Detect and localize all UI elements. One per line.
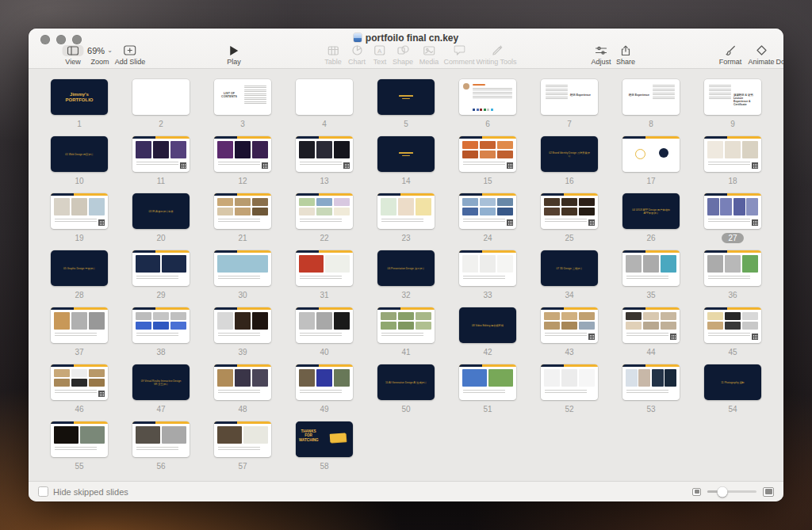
slide-thumbnail-9[interactable]: 演讲经历 & 证书 Lecture Experience & Certifica… (704, 79, 761, 115)
slide-thumbnail-6[interactable] (459, 79, 516, 115)
slide-cell: 49 (296, 364, 353, 421)
slide-cell: 37 (51, 307, 108, 364)
slide-thumbnail-12[interactable] (214, 136, 271, 172)
slide-thumbnail-15[interactable] (459, 136, 516, 172)
slide-thumbnail-11[interactable] (132, 136, 190, 172)
slide-thumbnail-4[interactable] (296, 79, 353, 115)
slide-thumbnail-44[interactable] (622, 307, 680, 343)
slide-thumbnail-43[interactable] (541, 307, 598, 343)
qr-code (262, 162, 268, 169)
slide-thumbnail-2[interactable] (132, 79, 190, 115)
slide-number: 28 (75, 290, 83, 300)
slide-thumbnail-32[interactable]: 06 Presentation Design 演示设计 (377, 250, 435, 286)
slide-thumbnail-8[interactable]: 经历 Experience (622, 79, 680, 115)
slide-cell: 6 (459, 79, 516, 136)
text-button: A Text (373, 44, 387, 66)
slide-thumbnail-53[interactable] (622, 364, 680, 400)
add-slide-button[interactable]: Add Slide (115, 44, 146, 66)
slide-cell: 09 Virtual Reality Interactive Design VR… (132, 364, 190, 421)
slide-thumbnail-29[interactable] (132, 250, 190, 286)
slide-thumbnail-40[interactable] (296, 307, 353, 343)
slide-thumbnail-18[interactable] (704, 136, 761, 172)
slide-thumbnail-50[interactable]: 10 AI Generative Design AI 生成设计 (377, 364, 435, 400)
slide-thumbnail-48[interactable] (214, 364, 271, 400)
slide-thumbnail-35[interactable] (622, 250, 680, 286)
slide-number: 13 (320, 176, 328, 186)
slide-number: 14 (401, 176, 410, 186)
play-button[interactable]: Play (227, 44, 241, 66)
slide-cell: 45 (704, 307, 761, 364)
view-button[interactable]: View (63, 44, 84, 66)
slide-number: 41 (401, 347, 410, 357)
slide-thumbnail-52[interactable] (541, 364, 598, 400)
format-button[interactable]: Format (719, 44, 742, 66)
slide-number: 52 (565, 404, 573, 414)
chevron-down-icon: ⌄ (107, 47, 113, 54)
slide-thumbnail-34[interactable]: 07 3D Design 三维设计 (541, 250, 598, 286)
slide-cell: 33 (459, 250, 516, 307)
slide-thumbnail-37[interactable] (51, 307, 108, 343)
slide-thumbnail-19[interactable] (51, 193, 108, 229)
slide-cell: 01 Web Design 网页设计10 (51, 136, 108, 193)
hide-skipped-checkbox[interactable] (38, 486, 48, 497)
slide-thumbnail-51[interactable] (459, 364, 516, 400)
large-thumbnails-icon[interactable] (763, 487, 774, 497)
slide-thumbnail-39[interactable] (214, 307, 271, 343)
qr-code (588, 334, 595, 340)
slide-thumbnail-14[interactable] (377, 136, 435, 172)
slide-thumbnail-46[interactable] (51, 364, 108, 400)
slide-thumbnail-41[interactable] (377, 307, 435, 343)
slide-thumbnail-30[interactable] (214, 250, 271, 286)
slide-thumbnail-36[interactable] (704, 250, 761, 286)
slide-thumbnail-21[interactable] (214, 193, 271, 229)
writing-tools-icon (491, 45, 502, 55)
slide-thumbnail-57[interactable] (214, 421, 271, 457)
share-button[interactable]: Share (616, 44, 635, 66)
slide-thumbnail-54[interactable]: 11 Photography 摄影 (704, 364, 761, 400)
slide-thumbnail-16[interactable]: 02 Brand Identity Design 品牌形象设计 (541, 136, 598, 172)
slide-thumbnail-47[interactable]: 09 Virtual Reality Interactive Design VR… (132, 364, 190, 400)
slide-number: 12 (238, 176, 247, 186)
slide-thumbnail-23[interactable] (377, 193, 435, 229)
slide-thumbnail-49[interactable] (296, 364, 353, 400)
slide-thumbnail-24[interactable] (459, 193, 516, 229)
slide-number: 24 (483, 233, 492, 243)
small-thumbnails-icon[interactable] (692, 488, 701, 496)
slide-cell: 14 (377, 136, 435, 193)
slide-thumbnail-45[interactable] (704, 307, 761, 343)
slide-cell: 29 (132, 250, 190, 307)
slide-cell: 43 (541, 307, 598, 364)
slide-thumbnail-42[interactable]: 08 Video Editing 视音频剪辑 (459, 307, 516, 343)
slide-cell: 55 (51, 421, 108, 479)
slide-thumbnail-7[interactable]: 经历 Experience (541, 79, 598, 115)
slider-knob[interactable] (717, 486, 727, 497)
document-button[interactable]: Document (776, 44, 783, 66)
slide-thumbnail-20[interactable]: 03 IFLA 国际设计竞赛 (132, 193, 190, 229)
slide-thumbnail-26[interactable]: 04 UI/UX APP Design 用户体验和APP界面设计 (622, 193, 680, 229)
slide-thumbnail-17[interactable] (622, 136, 680, 172)
animate-button[interactable]: Animate (748, 44, 774, 66)
slide-thumbnail-28[interactable]: 05 Graphic Design 平面设计 (51, 250, 108, 286)
thumbnail-size-slider[interactable] (707, 490, 756, 493)
slide-thumbnail-3[interactable]: LIST OF CONTENTS (214, 79, 271, 115)
slide-thumbnail-27[interactable] (704, 193, 761, 229)
zoom-control[interactable]: 69% ⌄ Zoom (87, 44, 113, 66)
slide-thumbnail-13[interactable] (296, 136, 353, 172)
slide-thumbnail-58[interactable]: THANKS FOR WATCHING (296, 421, 353, 457)
slide-thumbnail-56[interactable] (132, 421, 190, 457)
slide-number: 38 (156, 347, 165, 357)
adjust-button[interactable]: Adjust (591, 44, 611, 66)
table-icon (327, 46, 339, 55)
slide-thumbnail-31[interactable] (296, 250, 353, 286)
slide-thumbnail-55[interactable] (51, 421, 108, 457)
slide-thumbnail-33[interactable] (459, 250, 516, 286)
slide-thumbnail-5[interactable] (377, 79, 435, 115)
slide-thumbnail-38[interactable] (132, 307, 190, 343)
adjust-sliders-icon (595, 46, 607, 55)
slide-thumbnail-22[interactable] (296, 193, 353, 229)
slide-thumbnail-25[interactable] (541, 193, 598, 229)
slide-cell: 06 Presentation Design 演示设计32 (377, 250, 435, 307)
slide-thumbnail-10[interactable]: 01 Web Design 网页设计 (51, 136, 108, 172)
slide-thumbnail-1[interactable]: Jimmy's PORTFOLIO (51, 79, 108, 115)
table-button: Table (324, 44, 342, 66)
